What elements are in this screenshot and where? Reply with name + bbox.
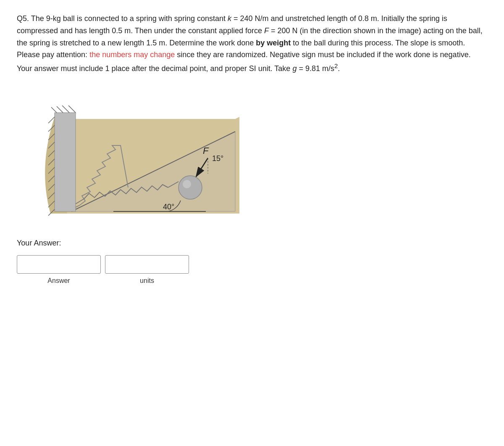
svg-line-22 [68, 106, 76, 113]
units-input[interactable] [105, 255, 189, 274]
svg-line-21 [62, 106, 69, 113]
your-answer-label: Your Answer: [17, 239, 487, 248]
svg-text:F: F [203, 145, 209, 156]
svg-line-20 [57, 106, 63, 113]
ball [178, 176, 202, 199]
input-labels-row: Answer units [17, 277, 487, 285]
svg-line-19 [51, 107, 57, 113]
svg-text:15°: 15° [212, 154, 223, 163]
answer-field-label: Answer [17, 277, 101, 285]
question-container: Q5. The 9-kg ball is connected to a spri… [17, 13, 487, 285]
units-field-label: units [105, 277, 189, 285]
diagram-container: F 15° 40° [29, 83, 290, 226]
svg-text:40°: 40° [163, 203, 174, 211]
answer-inputs-row [17, 255, 487, 274]
question-text: Q5. The 9-kg ball is connected to a spri… [17, 13, 487, 75]
randomized-notice: the numbers may change [89, 50, 175, 59]
svg-point-25 [183, 180, 191, 188]
bold-by-weight: by weight [256, 39, 291, 47]
svg-rect-6 [55, 113, 76, 211]
answer-input[interactable] [17, 255, 101, 274]
diagram-svg: F 15° 40° [29, 83, 290, 226]
